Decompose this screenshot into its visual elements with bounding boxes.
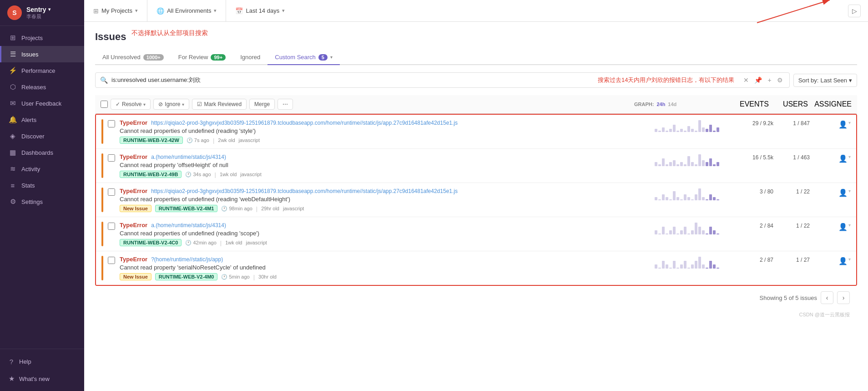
env-selector[interactable]: 🌐 All Environments ▾ — [147, 0, 227, 21]
chart-bar — [676, 197, 679, 200]
next-page-button[interactable]: › — [837, 291, 850, 304]
sidebar-item-projects[interactable]: ⊞Projects — [0, 30, 84, 46]
chart-bar — [662, 261, 665, 269]
chart-bar — [695, 223, 697, 234]
stats-icon: ≡ — [9, 181, 17, 189]
issue-checkbox[interactable] — [108, 120, 115, 127]
resolve-button[interactable]: ✓ Resolve ▾ — [111, 99, 151, 110]
search-input-wrap[interactable]: 🔍 is:unresolved user.username:刘欣 搜索过去14天… — [95, 72, 790, 88]
topbar-end: ▷ — [848, 5, 868, 17]
issue-assignee[interactable]: 👤 ▾ — [810, 119, 851, 129]
chart-bar — [717, 127, 719, 132]
tab-chevron-icon[interactable]: ▾ — [330, 55, 333, 60]
chart-bar — [687, 197, 690, 200]
chart-bar — [684, 164, 686, 166]
org-name[interactable]: Sentry ▾ — [26, 6, 50, 13]
issue-events: 29 / 9.2k — [732, 119, 773, 127]
chart-bar — [669, 199, 672, 200]
table-row[interactable]: TypeError a.(home/runtime/static/js/4314… — [96, 217, 856, 251]
tag-label: javascript — [239, 137, 260, 143]
sidebar-header[interactable]: S Sentry ▾ 李春晨 — [0, 0, 84, 26]
merge-button[interactable]: Merge — [249, 99, 275, 110]
mini-chart — [655, 153, 719, 166]
chart-bar — [695, 164, 697, 166]
table-row[interactable]: TypeError https://qiqiao2-prod-3ghgxvjxd… — [96, 183, 856, 217]
table-row[interactable]: TypeError a.(home/runtime/static/js/4314… — [96, 149, 856, 183]
tab-ignored[interactable]: Ignored — [233, 50, 267, 65]
user-icon: 👤 — [838, 257, 848, 265]
table-row[interactable]: TypeError ?(home/runtime//static/js/app)… — [96, 251, 856, 285]
select-all-checkbox[interactable] — [101, 101, 108, 108]
chart-bar — [666, 234, 668, 234]
tab-label-all-unresolved: All Unresolved — [102, 54, 141, 61]
sidebar-label-stats: Stats — [21, 182, 35, 189]
org-avatar: S — [7, 5, 22, 20]
mark-reviewed-button[interactable]: ☑ Mark Reviewed — [192, 99, 247, 110]
chart-bar — [713, 164, 716, 166]
sidebar-item-releases[interactable]: ⬡Releases — [0, 79, 84, 95]
sidebar-item-activity[interactable]: ≋Activity — [0, 161, 84, 177]
showing-text: Showing 5 of 5 issues — [760, 295, 817, 301]
tab-for-review[interactable]: For Review99+ — [171, 50, 233, 65]
search-pin-icon[interactable]: 📌 — [752, 76, 764, 85]
issue-file[interactable]: a.(home/runtime/static/js/4314) — [151, 154, 226, 160]
issue-file[interactable]: a.(home/runtime/static/js/4314) — [151, 222, 226, 229]
events-header: EVENTS — [728, 100, 769, 108]
sidebar-item-user-feedback[interactable]: ✉User Feedback — [0, 95, 84, 112]
tab-all-unresolved[interactable]: All Unresolved1000+ — [95, 50, 171, 65]
issue-assignee[interactable]: 👤 ▾ — [810, 256, 851, 265]
chart-bar — [655, 197, 657, 200]
separator: | — [220, 239, 222, 246]
prev-page-button[interactable]: ‹ — [821, 291, 833, 304]
sidebar-item-issues[interactable]: ☰Issues — [0, 46, 84, 62]
issue-assignee[interactable]: 👤 ▾ — [810, 153, 851, 163]
annotation-text: 不选择默认从全部项目搜索 — [131, 29, 208, 37]
chart-bar — [669, 129, 672, 132]
table-row[interactable]: TypeError https://qiqiao2-prod-3ghgxvjxd… — [96, 115, 856, 149]
graph-tab-24h[interactable]: 24h — [656, 102, 665, 107]
issue-checkbox[interactable] — [108, 188, 115, 196]
env-label: All Environments — [167, 7, 212, 14]
sidebar-item-settings[interactable]: ⚙Settings — [0, 193, 84, 210]
sidebar-item-stats[interactable]: ≡Stats — [0, 177, 84, 193]
sidebar-item-discover[interactable]: ◈Discover — [0, 128, 84, 144]
graph-tab-14d[interactable]: 14d — [668, 102, 676, 107]
issue-assignee[interactable]: 👤 ▾ — [810, 222, 851, 231]
search-settings-icon[interactable]: ⚙ — [775, 76, 785, 85]
issue-events: 16 / 5.5k — [732, 153, 773, 161]
sidebar-item-help[interactable]: ? Help — [0, 353, 84, 370]
chart-bar — [709, 158, 712, 166]
expand-button[interactable]: ▷ — [848, 5, 861, 17]
sidebar-item-performance[interactable]: ⚡Performance — [0, 62, 84, 79]
chart-bar — [666, 197, 668, 200]
search-clear-icon[interactable]: ✕ — [742, 76, 751, 85]
chart-bar — [706, 129, 708, 132]
issue-checkbox[interactable] — [108, 154, 115, 162]
issue-color-indicator — [101, 256, 103, 280]
more-button[interactable]: ⋯ — [278, 99, 293, 110]
sort-button[interactable]: Sort by: Last Seen ▾ — [793, 74, 857, 87]
search-icon: 🔍 — [100, 76, 108, 84]
tab-custom-search[interactable]: Custom Search5▾ — [267, 50, 340, 65]
project-selector[interactable]: ⊞ My Projects ▾ — [84, 0, 147, 21]
issue-events: 2 / 84 — [732, 222, 773, 229]
sidebar-item-whats-new[interactable]: ★ What's new — [0, 370, 84, 387]
ignore-button[interactable]: ⊘ Ignore ▾ — [153, 99, 189, 110]
sidebar-item-alerts[interactable]: 🔔Alerts — [0, 112, 84, 128]
issue-file[interactable]: ?(home/runtime//static/js/app) — [151, 256, 223, 263]
sidebar-item-dashboards[interactable]: ▦Dashboards — [0, 144, 84, 161]
issue-checkbox[interactable] — [108, 223, 115, 230]
chart-bar — [684, 261, 686, 269]
issue-checkbox[interactable] — [108, 257, 115, 264]
chart-bar — [717, 199, 719, 200]
issue-assignee[interactable]: 👤 ▾ — [810, 188, 851, 197]
issue-file[interactable]: https://qiqiao2-prod-3ghgxvjxd3b035f9-12… — [151, 188, 458, 194]
issue-time: 🕐34s ago — [185, 172, 211, 178]
date-selector[interactable]: 📅 Last 14 days ▾ — [226, 0, 294, 21]
search-plus-icon[interactable]: + — [766, 76, 773, 85]
chart-bar — [655, 129, 657, 132]
issue-type: TypeError — [120, 256, 147, 263]
attribution: CSDN @道一云黑板报 — [95, 310, 857, 320]
separator: | — [213, 137, 214, 144]
issue-file[interactable]: https://qiqiao2-prod-3ghgxvjxd3b035f9-12… — [151, 120, 458, 126]
